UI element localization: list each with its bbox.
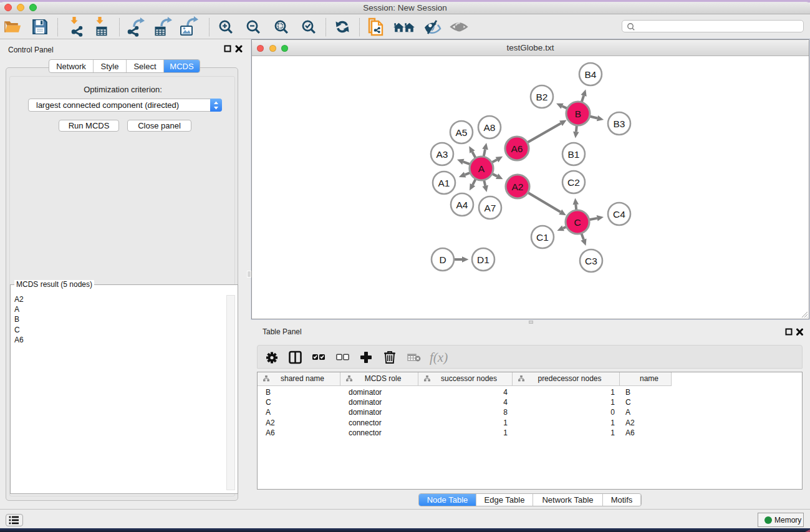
svg-text:A5: A5: [456, 127, 468, 138]
svg-text:C2: C2: [567, 177, 580, 188]
svg-text:C3: C3: [585, 256, 597, 266]
svg-text:A7: A7: [485, 203, 496, 213]
svg-text:A2: A2: [512, 181, 524, 192]
svg-text:A8: A8: [484, 122, 496, 133]
svg-text:f(x): f(x): [430, 350, 448, 365]
svg-text:B2: B2: [536, 92, 548, 102]
svg-text:A6: A6: [511, 143, 523, 154]
svg-text:A: A: [478, 163, 485, 174]
svg-text:A3: A3: [436, 149, 448, 160]
svg-text:B3: B3: [614, 118, 625, 129]
svg-text:B4: B4: [585, 69, 597, 80]
svg-text:B: B: [575, 109, 581, 119]
svg-text:C4: C4: [613, 209, 625, 220]
svg-text:A4: A4: [456, 200, 468, 210]
svg-text:D1: D1: [477, 254, 489, 265]
svg-text:C1: C1: [536, 232, 549, 243]
svg-text:B1: B1: [568, 149, 580, 160]
svg-text:C: C: [574, 217, 581, 228]
svg-text:A1: A1: [438, 178, 450, 188]
svg-text:D: D: [439, 254, 446, 265]
